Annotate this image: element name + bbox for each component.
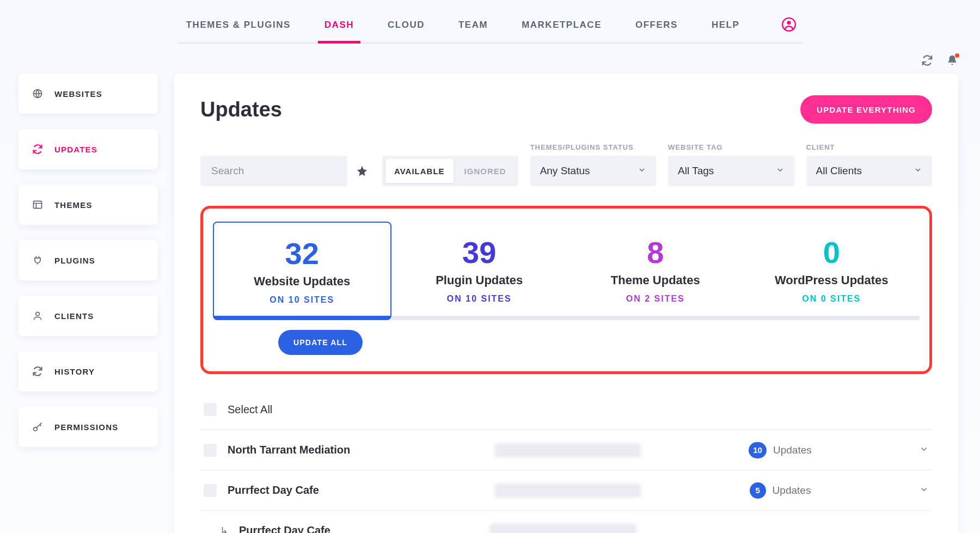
select-all-row: Select All bbox=[200, 389, 932, 430]
user-circle-icon[interactable] bbox=[781, 16, 797, 33]
search-wrap bbox=[200, 156, 370, 186]
client-select-value: All Clients bbox=[816, 165, 862, 177]
chevron-down-icon bbox=[914, 165, 922, 177]
chevron-down-icon bbox=[776, 165, 785, 177]
history-icon bbox=[32, 365, 44, 377]
nav-team[interactable]: TEAM bbox=[455, 12, 491, 42]
row-updates: 5 Updates bbox=[750, 482, 811, 499]
stat-num: 0 bbox=[749, 235, 915, 270]
util-bar bbox=[921, 54, 958, 69]
client-select[interactable]: All Clients bbox=[806, 156, 932, 186]
stat-title: Website Updates bbox=[219, 274, 385, 289]
filter-status-label: THEMES/PLUGINS STATUS bbox=[530, 143, 656, 151]
main-head: Updates UPDATE EVERYTHING bbox=[200, 95, 932, 124]
stat-num: 39 bbox=[397, 235, 562, 270]
top-nav-inner: THEMES & PLUGINS DASH CLOUD TEAM MARKETP… bbox=[177, 12, 803, 44]
user-icon bbox=[32, 310, 44, 322]
select-all-label[interactable]: Select All bbox=[228, 403, 483, 416]
stat-sub: ON 0 SITES bbox=[749, 294, 915, 304]
checkbox[interactable] bbox=[204, 403, 217, 416]
filters-row: AVAILABLE IGNORED THEMES/PLUGINS STATUS … bbox=[200, 143, 932, 186]
nav-marketplace[interactable]: MARKETPLACE bbox=[518, 12, 605, 42]
filter-tag: WEBSITE TAG All Tags bbox=[668, 143, 794, 186]
svg-point-4 bbox=[36, 312, 40, 316]
nav-cloud[interactable]: CLOUD bbox=[384, 12, 428, 42]
stat-sub: ON 2 SITES bbox=[573, 294, 738, 304]
sidebar-item-label: CLIENTS bbox=[54, 311, 94, 321]
checkbox[interactable] bbox=[204, 484, 217, 497]
sidebar-item-plugins[interactable]: PLUGINS bbox=[19, 240, 158, 280]
child-arrow-icon: ↳ bbox=[220, 525, 228, 534]
site-list: Select All North Tarrant Mediation 10 Up… bbox=[200, 389, 932, 533]
update-everything-button[interactable]: UPDATE EVERYTHING bbox=[800, 95, 932, 124]
updates-text: Updates bbox=[773, 485, 811, 497]
stat-plugin-updates[interactable]: 39 Plugin Updates ON 10 SITES bbox=[391, 222, 568, 320]
sidebar-item-updates[interactable]: UPDATES bbox=[19, 129, 158, 169]
filter-tag-label: WEBSITE TAG bbox=[668, 143, 794, 151]
sidebar-item-permissions[interactable]: PERMISSIONS bbox=[19, 407, 158, 447]
search-input[interactable] bbox=[200, 156, 347, 186]
status-select-value: Any Status bbox=[540, 165, 590, 177]
table-row[interactable]: North Tarrant Mediation 10 Updates bbox=[200, 430, 932, 470]
toggle-available-ignored: AVAILABLE IGNORED bbox=[382, 156, 518, 186]
page-body: WEBSITES UPDATES THEMES PLUGINS CLIENTS bbox=[0, 44, 980, 533]
filter-client-label: CLIENT bbox=[806, 143, 932, 151]
row-updates: 10 Updates bbox=[749, 442, 811, 458]
plug-icon bbox=[32, 254, 44, 266]
tag-select[interactable]: All Tags bbox=[668, 156, 794, 186]
refresh-icon[interactable] bbox=[921, 54, 933, 69]
checkbox[interactable] bbox=[204, 444, 217, 457]
svg-rect-3 bbox=[34, 201, 42, 208]
sidebar-item-label: WEBSITES bbox=[54, 89, 102, 99]
sidebar-item-websites[interactable]: WEBSITES bbox=[19, 73, 158, 114]
globe-icon bbox=[32, 88, 44, 100]
stat-sub: ON 10 SITES bbox=[219, 295, 385, 305]
status-select[interactable]: Any Status bbox=[530, 156, 656, 186]
table-row-child[interactable]: ↳ Purrfect Day Cafe bbox=[200, 510, 932, 533]
table-row[interactable]: Purrfect Day Cafe 5 Updates bbox=[200, 470, 932, 510]
svg-point-5 bbox=[34, 427, 38, 431]
updates-badge: 10 bbox=[749, 442, 767, 458]
sidebar-item-history[interactable]: HISTORY bbox=[19, 351, 158, 391]
row-name: North Tarrant Mediation bbox=[228, 444, 483, 456]
sidebar-item-label: PERMISSIONS bbox=[54, 422, 118, 432]
nav-dash[interactable]: DASH bbox=[321, 12, 357, 42]
sidebar-item-themes[interactable]: THEMES bbox=[19, 185, 158, 225]
bell-icon[interactable] bbox=[946, 54, 958, 69]
row-name: Purrfect Day Cafe bbox=[228, 484, 483, 497]
tag-select-value: All Tags bbox=[678, 165, 714, 177]
sidebar-item-label: UPDATES bbox=[54, 145, 97, 154]
row-name: Purrfect Day Cafe bbox=[239, 524, 479, 533]
nav-help[interactable]: HELP bbox=[708, 12, 743, 42]
update-all-button[interactable]: UPDATE ALL bbox=[278, 330, 363, 355]
page-title: Updates bbox=[200, 98, 282, 121]
stat-wordpress-updates[interactable]: 0 WordPress Updates ON 0 SITES bbox=[744, 222, 920, 320]
sidebar-item-label: PLUGINS bbox=[54, 256, 95, 265]
notification-dot-icon bbox=[955, 53, 959, 58]
nav-offers[interactable]: OFFERS bbox=[632, 12, 681, 42]
chevron-down-icon[interactable] bbox=[919, 485, 929, 497]
updates-text: Updates bbox=[773, 444, 812, 456]
stat-website-updates[interactable]: 32 Website Updates ON 10 SITES bbox=[213, 222, 391, 320]
stat-num: 8 bbox=[573, 235, 738, 270]
filter-client: CLIENT All Clients bbox=[806, 143, 932, 186]
stat-title: WordPress Updates bbox=[749, 273, 915, 287]
layout-icon bbox=[32, 199, 44, 211]
toggle-available[interactable]: AVAILABLE bbox=[385, 159, 454, 183]
stat-theme-updates[interactable]: 8 Theme Updates ON 2 SITES bbox=[567, 222, 744, 320]
stat-title: Theme Updates bbox=[573, 273, 738, 287]
sidebar-item-label: THEMES bbox=[54, 200, 93, 210]
toggle-ignored[interactable]: IGNORED bbox=[456, 159, 515, 183]
filter-status: THEMES/PLUGINS STATUS Any Status bbox=[530, 143, 656, 186]
nav-themes-plugins[interactable]: THEMES & PLUGINS bbox=[183, 12, 294, 42]
stat-title: Plugin Updates bbox=[397, 273, 562, 287]
sidebar-item-clients[interactable]: CLIENTS bbox=[19, 296, 158, 336]
key-icon bbox=[32, 421, 44, 433]
star-icon[interactable] bbox=[354, 156, 370, 186]
stat-sub: ON 10 SITES bbox=[397, 294, 562, 304]
row-url-blur bbox=[489, 524, 636, 534]
stats-highlight: 32 Website Updates ON 10 SITES 39 Plugin… bbox=[200, 206, 932, 374]
stats-row: 32 Website Updates ON 10 SITES 39 Plugin… bbox=[213, 222, 920, 320]
chevron-down-icon[interactable] bbox=[919, 444, 929, 456]
stat-num: 32 bbox=[219, 236, 385, 271]
